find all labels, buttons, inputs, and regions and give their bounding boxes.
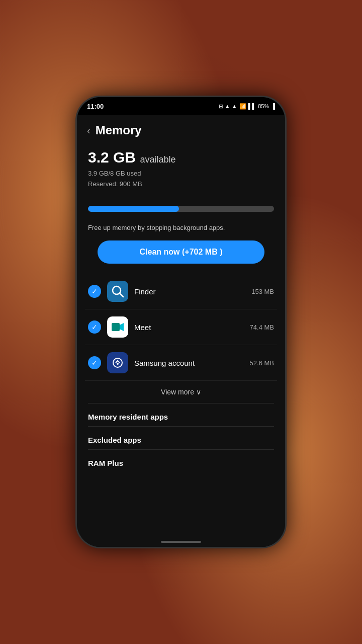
check-meet[interactable]: ✓ xyxy=(88,320,101,334)
check-finder[interactable]: ✓ xyxy=(88,285,101,298)
svg-point-5 xyxy=(117,363,119,365)
page-title: Memory xyxy=(96,123,142,137)
view-more-button[interactable]: View more ∨ xyxy=(77,381,285,403)
clean-now-button[interactable]: Clean now (+702 MB ) xyxy=(98,240,264,264)
list-item: ✓ Finder 153 MB xyxy=(85,274,277,309)
memory-reserved: Reserved: 900 MB xyxy=(88,179,274,190)
finder-size: 153 MB xyxy=(251,288,274,295)
signal-icon: ▌▌ xyxy=(248,103,256,109)
meet-icon xyxy=(107,316,128,338)
wifi-icon: 📶 xyxy=(239,103,246,110)
meet-size: 74.4 MB xyxy=(250,324,274,331)
memory-resident-section[interactable]: Memory resident apps xyxy=(77,404,285,426)
samsung-name: Samsung account xyxy=(134,359,244,367)
svg-line-1 xyxy=(120,293,123,297)
main-content: ‹ Memory 3.2 GB available 3.9 GB/8 GB us… xyxy=(77,115,285,548)
check-samsung[interactable]: ✓ xyxy=(88,356,101,369)
app-list: ✓ Finder 153 MB ✓ xyxy=(77,274,285,381)
status-icons: ⊟ ▲ ▲ 📶 ▌▌ 85% ▐ xyxy=(219,103,275,110)
finder-icon xyxy=(107,281,128,302)
memory-available-value: 3.2 GB xyxy=(88,149,136,166)
list-item: ✓ Samsung account 52.6 MB xyxy=(85,345,277,381)
excluded-apps-section[interactable]: Excluded apps xyxy=(77,427,285,449)
memory-available-label: available xyxy=(140,154,175,165)
memory-details: 3.9 GB/8 GB used Reserved: 900 MB xyxy=(88,169,274,190)
memory-progress-fill xyxy=(88,206,179,212)
finder-name: Finder xyxy=(134,287,245,296)
status-time: 11:00 xyxy=(87,103,104,110)
battery-icon: ▐ xyxy=(271,103,275,109)
nav-bar xyxy=(77,537,285,547)
notification-icons: ⊟ ▲ ▲ xyxy=(219,103,237,110)
memory-available: 3.2 GB available xyxy=(88,148,274,167)
nav-pill xyxy=(161,541,201,543)
meet-name: Meet xyxy=(134,323,244,332)
ram-plus-section[interactable]: RAM Plus xyxy=(77,450,285,472)
battery-text: 85% xyxy=(258,103,269,109)
samsung-size: 52.6 MB xyxy=(250,359,274,367)
page-header: ‹ Memory xyxy=(77,115,285,143)
memory-progress-bar xyxy=(88,206,274,212)
back-button[interactable]: ‹ xyxy=(87,125,90,136)
list-item: ✓ Meet 74.4 MB xyxy=(85,309,277,345)
svg-rect-2 xyxy=(112,323,120,331)
status-bar: 11:00 ⊟ ▲ ▲ 📶 ▌▌ 85% ▐ xyxy=(77,97,285,115)
phone-frame: 11:00 ⊟ ▲ ▲ 📶 ▌▌ 85% ▐ ‹ Memory 3.2 GB a… xyxy=(75,96,287,548)
memory-used: 3.9 GB/8 GB used xyxy=(88,169,274,179)
svg-marker-3 xyxy=(120,323,124,331)
memory-info-section: 3.2 GB available 3.9 GB/8 GB used Reserv… xyxy=(77,143,285,199)
samsung-icon xyxy=(107,352,128,373)
memory-description: Free up memory by stopping background ap… xyxy=(77,219,285,241)
